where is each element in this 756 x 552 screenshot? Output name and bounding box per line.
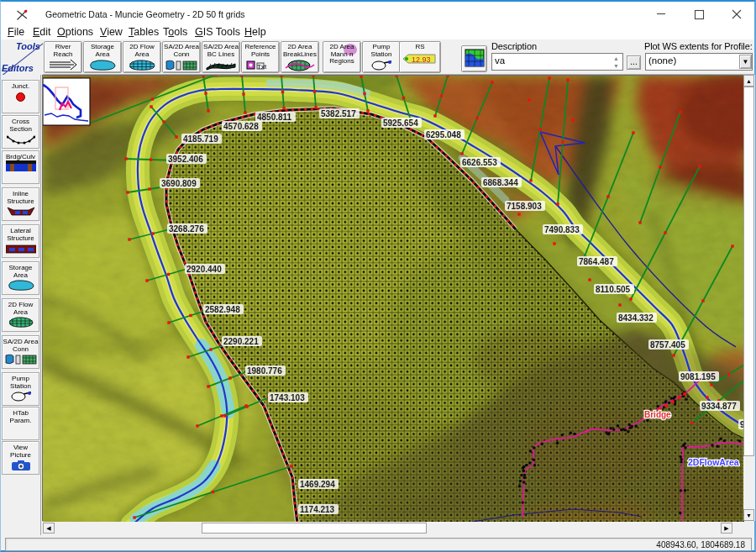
svg-text:5925.654: 5925.654: [383, 118, 418, 128]
svg-text:2920.440: 2920.440: [186, 265, 222, 274]
svg-text:2DFlowArea: 2DFlowArea: [688, 457, 739, 467]
svg-text:6626.553: 6626.553: [462, 158, 497, 167]
svg-text:Txt: Txt: [257, 63, 267, 71]
svg-text:8110.505: 8110.505: [596, 285, 631, 294]
svg-text:5382.517: 5382.517: [321, 109, 356, 118]
svg-text:9081.195: 9081.195: [680, 372, 716, 381]
svg-text:1174.213: 1174.213: [300, 505, 335, 514]
svg-text:Bridge: Bridge: [644, 410, 671, 419]
svg-text:12.93: 12.93: [412, 55, 431, 64]
svg-text:4185.719: 4185.719: [183, 134, 218, 144]
svg-text:2582.948: 2582.948: [205, 305, 240, 314]
svg-text:7158.903: 7158.903: [507, 202, 542, 211]
svg-text:4850.811: 4850.811: [257, 113, 292, 122]
svg-text:6868.344: 6868.344: [483, 178, 518, 187]
svg-text:1469.294: 1469.294: [300, 480, 335, 489]
svg-text:6295.048: 6295.048: [426, 130, 461, 139]
svg-text:9334.877: 9334.877: [701, 402, 737, 411]
svg-text:7490.833: 7490.833: [544, 225, 580, 234]
svg-text:3952.406: 3952.406: [168, 155, 203, 164]
svg-text:3268.276: 3268.276: [169, 224, 204, 234]
svg-text:2290.221: 2290.221: [223, 337, 259, 346]
svg-text:3690.809: 3690.809: [161, 179, 197, 188]
svg-text:1980.776: 1980.776: [247, 366, 282, 376]
svg-text:8434.332: 8434.332: [618, 313, 654, 323]
svg-text:7864.487: 7864.487: [579, 257, 614, 266]
svg-text:1743.103: 1743.103: [270, 393, 305, 402]
svg-text:4570.628: 4570.628: [223, 122, 259, 131]
svg-text:8757.405: 8757.405: [650, 340, 685, 350]
